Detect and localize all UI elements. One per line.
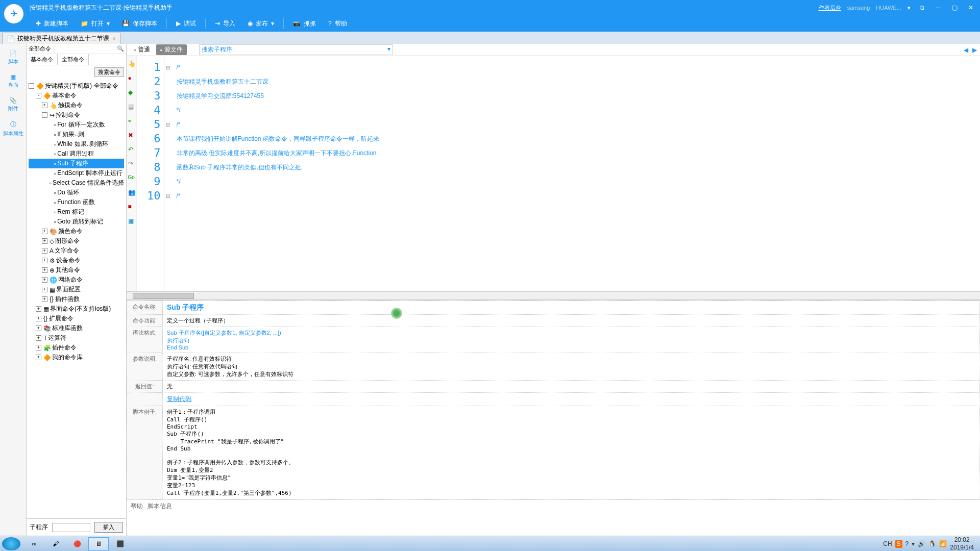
task-icon-3[interactable]: 🔴 xyxy=(67,537,87,550)
ui-icon: ▦ xyxy=(10,73,16,81)
tray-icon-4[interactable]: 🐧 xyxy=(928,540,936,547)
fold-column[interactable]: ⊟⊟⊟ xyxy=(164,56,172,291)
sidebar-script[interactable]: 📄脚本 xyxy=(6,48,20,67)
sidebar-props[interactable]: ⓘ脚本属性 xyxy=(1,118,26,139)
ime-indicator[interactable]: CH xyxy=(883,540,892,547)
clock[interactable]: 20:022019/1/4 xyxy=(950,536,974,551)
basic-cmd-tab[interactable]: 基本命令 xyxy=(27,54,58,65)
device-1[interactable]: samsung xyxy=(847,5,870,11)
sidebar-ui[interactable]: ▦界面 xyxy=(6,71,20,91)
nav-next-icon[interactable]: ▶ xyxy=(972,46,977,54)
open-button[interactable]: 📁打开▾ xyxy=(76,17,115,30)
code-editor[interactable]: /* 按键精灵手机版教程第五十二节课 按键精灵学习交流群:554127455 *… xyxy=(172,56,384,291)
sub-name-input[interactable] xyxy=(52,523,90,532)
close-button[interactable]: ✕ xyxy=(966,3,976,13)
gutter-tool-4[interactable]: ▤ xyxy=(128,103,135,110)
tree-sub-selected: ▫Sub 子程序 xyxy=(29,159,124,168)
script-icon: 📄 xyxy=(9,50,17,57)
import-icon: ⇥ xyxy=(215,20,220,27)
help-icon: ? xyxy=(328,20,332,27)
help-button[interactable]: ?帮助 xyxy=(323,17,352,30)
folder-icon: 📁 xyxy=(81,20,88,27)
save-button[interactable]: 💾保存脚本 xyxy=(117,17,162,30)
line-numbers: 12345678910 xyxy=(137,56,164,291)
gutter-tool-6[interactable]: ✖ xyxy=(128,132,135,139)
attach-icon: 📎 xyxy=(9,97,17,104)
gutter-tool-8[interactable]: ↷ xyxy=(128,160,135,167)
author-link[interactable]: 作者后台 xyxy=(819,4,841,12)
tray-icon-3[interactable]: 🔊 xyxy=(918,540,925,547)
task-icon-2[interactable]: 🖌 xyxy=(45,537,66,550)
gutter-tool-2[interactable]: ● xyxy=(128,74,135,82)
window-title: 按键精灵手机版教程第五十二节课-按键精灵手机助手 xyxy=(30,4,173,12)
task-icon-1[interactable]: ∞ xyxy=(24,537,44,550)
gutter-tool-9[interactable]: 👥 xyxy=(128,189,135,196)
footer-label: 子程序 xyxy=(30,523,48,532)
cmd-panel-title: 全部命令 xyxy=(29,45,51,53)
maximize-button[interactable]: ▢ xyxy=(949,3,960,13)
play-icon: ▶ xyxy=(176,20,181,27)
device-2[interactable]: HUAWE... xyxy=(876,5,901,11)
normal-view-button[interactable]: ▫普通 xyxy=(130,44,154,55)
start-button[interactable] xyxy=(2,537,20,550)
camera-icon: 📷 xyxy=(293,20,301,27)
gutter-tool-go[interactable]: Go xyxy=(128,174,135,182)
mouse-cursor xyxy=(391,308,402,319)
gutter-tool-10[interactable]: ■ xyxy=(128,203,135,210)
tab-close-icon[interactable]: × xyxy=(112,35,116,42)
gutter-tool-7[interactable]: ↶ xyxy=(128,146,135,153)
app-logo: ✈ xyxy=(4,4,23,23)
gutter-tool-11[interactable]: ▦ xyxy=(128,217,135,224)
gutter-tool-5[interactable]: ≈ xyxy=(128,117,135,124)
info-icon: ⓘ xyxy=(10,120,16,129)
capture-button[interactable]: 📷抓抓 xyxy=(288,17,321,30)
publish-icon: ◉ xyxy=(248,20,253,27)
info-help-tab[interactable]: 帮助 xyxy=(131,503,143,510)
search-cmd-button[interactable]: 搜索命令 xyxy=(94,67,124,77)
info-scriptinfo-tab[interactable]: 脚本信息 xyxy=(148,503,172,510)
tray-icon-1[interactable]: ? xyxy=(905,540,909,547)
debug-button[interactable]: ▶调试 xyxy=(171,17,201,30)
nav-prev-icon[interactable]: ◀ xyxy=(964,46,968,54)
search-sub-combo[interactable]: 搜索子程序▾ xyxy=(199,44,393,55)
tray-icon-2[interactable]: ▾ xyxy=(912,540,915,547)
save-icon: 💾 xyxy=(122,20,130,27)
file-tab[interactable]: 📄 按键精灵手机版教程第五十二节课 × xyxy=(2,33,120,44)
tray-icon-5[interactable]: 📶 xyxy=(939,540,947,547)
task-icon-5[interactable]: ⬛ xyxy=(110,537,130,550)
import-button[interactable]: ⇥导入 xyxy=(210,17,240,30)
sidebar-attach[interactable]: 📎附件 xyxy=(6,95,20,114)
cmd-name: Sub 子程序 xyxy=(167,303,204,311)
file-icon: 📄 xyxy=(7,35,14,42)
tray-s-icon[interactable]: S xyxy=(895,540,902,548)
gutter-tool-3[interactable]: ◆ xyxy=(128,89,135,96)
h-scrollbar[interactable] xyxy=(127,291,980,299)
gutter-tool-1[interactable]: 👆 xyxy=(128,60,135,67)
plus-icon: ✚ xyxy=(36,20,41,27)
search-icon[interactable]: 🔍 xyxy=(117,45,124,52)
task-icon-4[interactable]: 🖥 xyxy=(88,537,109,550)
publish-button[interactable]: ◉发布▾ xyxy=(242,17,279,30)
command-tree[interactable]: -🔶按键精灵(手机版)-全部命令 -🔶基本命令 +👆触摸命令 -↪控制命令 ▫F… xyxy=(27,79,126,518)
device-dropdown-icon[interactable]: ▾ xyxy=(908,5,911,11)
detach-button[interactable]: ⧉ xyxy=(917,3,927,13)
minimize-button[interactable]: ─ xyxy=(933,3,943,13)
insert-button[interactable]: 插入 xyxy=(94,522,123,533)
copy-code-link[interactable]: 复制代码 xyxy=(167,395,191,403)
all-cmd-tab[interactable]: 全部命令 xyxy=(58,54,89,65)
new-script-button[interactable]: ✚新建脚本 xyxy=(31,17,74,30)
source-view-button[interactable]: ▪源文件 xyxy=(156,44,187,55)
